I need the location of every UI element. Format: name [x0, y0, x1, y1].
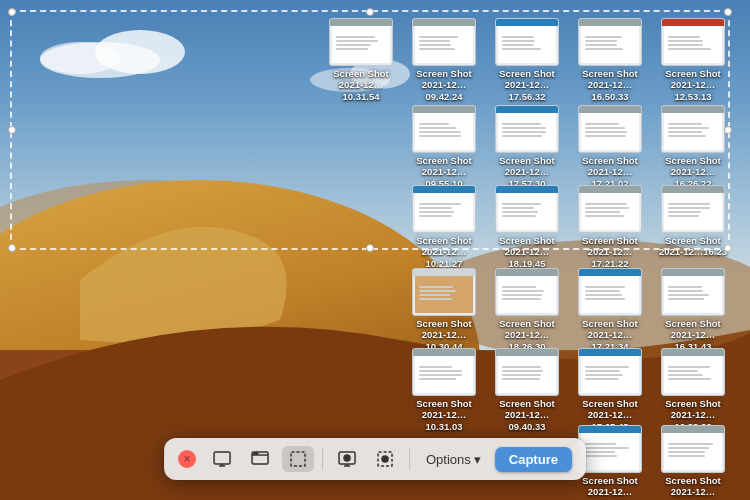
options-button[interactable]: Options ▾	[418, 448, 489, 471]
icon-label: Screen Shot 2021-12…10.21.27	[404, 235, 484, 269]
icon-label: Screen Shot 2021-12…10.31.54	[321, 68, 401, 102]
icon-label: Screen Shot 2021-12…16.23	[653, 235, 733, 258]
desktop-icon[interactable]: Screen Shot 2021-12…10.31.54	[320, 18, 402, 102]
capture-window-button[interactable]	[244, 446, 276, 472]
icon-label: Screen Shot 2021-12…16.33.41	[653, 475, 733, 500]
toolbar-divider-1	[322, 448, 323, 470]
capture-screen-button[interactable]	[206, 446, 238, 472]
desktop-icon[interactable]: Screen Shot 2021-12…16.26.22	[652, 105, 734, 189]
desktop-icon[interactable]: Screen Shot 2021-12…16.50.33	[569, 18, 651, 102]
desktop-icon[interactable]: Screen Shot 2021-12…16.31.43	[652, 268, 734, 352]
svg-point-19	[344, 455, 350, 461]
desktop-icon[interactable]: Screen Shot 2021-12…16.33.26	[652, 348, 734, 432]
icons-container: Screen Shot 2021-12…10.31.54Screen Shot …	[0, 0, 750, 460]
close-button[interactable]	[178, 450, 196, 468]
icon-label: Screen Shot 2021-12…12.53.13	[653, 68, 733, 102]
desktop-icon[interactable]: Screen Shot 2021-12…16.33.41	[652, 425, 734, 500]
toolbar-divider-2	[409, 448, 410, 470]
capture-button[interactable]: Capture	[495, 447, 572, 472]
desktop-icon[interactable]: Screen Shot 2021-12…12.53.13	[652, 18, 734, 102]
icon-label: Screen Shot 2021-12…17.56.32	[487, 68, 567, 102]
icon-label: Screen Shot 2021-12…17.55.59	[570, 475, 650, 500]
svg-rect-10	[214, 452, 230, 464]
desktop-icon[interactable]: Screen Shot 2021-12…10.30.44	[403, 268, 485, 352]
desktop-icon[interactable]: Screen Shot 2021-12…17.65.48	[569, 348, 651, 432]
icon-label: Screen Shot 2021-12…09.40.33	[487, 398, 567, 432]
icon-label: Screen Shot 2021-12…09.42.24	[404, 68, 484, 102]
desktop-icon[interactable]: Screen Shot 2021-12…10.21.27	[403, 185, 485, 269]
toolbar: Options ▾ Capture	[164, 438, 586, 480]
icon-label: Screen Shot 2021-12…17.21.22	[570, 235, 650, 269]
desktop-icon[interactable]: Screen Shot 2021-12…16.23	[652, 185, 734, 258]
icon-label: Screen Shot 2021-12…10.31.03	[404, 398, 484, 432]
desktop-icon[interactable]: Screen Shot 2021-12…17.21.02	[569, 105, 651, 189]
options-label: Options	[426, 452, 471, 467]
desktop-icon[interactable]: Screen Shot 2021-12…17.56.32	[486, 18, 568, 102]
desktop-icon[interactable]: Screen Shot 2021-12…10.31.03	[403, 348, 485, 432]
svg-rect-17	[291, 452, 305, 466]
desktop-icon[interactable]: Screen Shot 2021-12…17.57.30	[486, 105, 568, 189]
svg-point-23	[382, 456, 388, 462]
record-screen-button[interactable]	[331, 446, 363, 472]
desktop: Screen Shot 2021-12…10.31.54Screen Shot …	[0, 0, 750, 500]
svg-point-15	[254, 453, 256, 455]
icon-label: Screen Shot 2021-12…18.19.45	[487, 235, 567, 269]
record-selection-button[interactable]	[369, 446, 401, 472]
desktop-icon[interactable]: Screen Shot 2021-12…09.55.10	[403, 105, 485, 189]
desktop-icon[interactable]: Screen Shot 2021-12…18.26.30	[486, 268, 568, 352]
icon-label: Screen Shot 2021-12…16.50.33	[570, 68, 650, 102]
options-chevron-icon: ▾	[474, 452, 481, 467]
desktop-icon[interactable]: Screen Shot 2021-12…09.40.33	[486, 348, 568, 432]
desktop-icon[interactable]: Screen Shot 2021-12…18.19.45	[486, 185, 568, 269]
desktop-icon[interactable]: Screen Shot 2021-12…17.21.34	[569, 268, 651, 352]
svg-point-16	[256, 453, 258, 455]
capture-selection-button[interactable]	[282, 446, 314, 472]
desktop-icon[interactable]: Screen Shot 2021-12…09.42.24	[403, 18, 485, 102]
desktop-icon[interactable]: Screen Shot 2021-12…17.21.22	[569, 185, 651, 269]
